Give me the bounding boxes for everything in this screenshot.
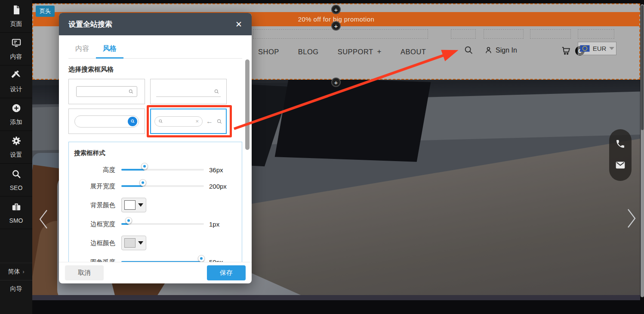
currency-selector[interactable]: EUR [578, 42, 616, 55]
plus-icon: + [334, 23, 338, 29]
collapse-arrow-icon: ← [206, 118, 213, 125]
setting-value: 50px [209, 258, 223, 262]
site-nav: SHOP BLOG SUPPORT+ ABOUT [258, 43, 426, 60]
add-section-below-banner-button[interactable]: + [331, 21, 341, 31]
save-button[interactable]: 保存 [207, 265, 246, 280]
slider-thumb[interactable] [139, 179, 146, 186]
placeholder-slot [253, 29, 428, 39]
chevron-down-icon [609, 47, 614, 50]
sign-in-label: Sign In [496, 47, 517, 54]
sign-in-button[interactable]: Sign In [484, 46, 517, 55]
setting-label: 边框宽度 [74, 220, 115, 228]
style-option-expandable-selected[interactable]: × ← [150, 109, 227, 134]
nav-link-label: SUPPORT [338, 48, 373, 56]
content-icon [11, 37, 22, 50]
seo-icon [11, 168, 22, 181]
sidebar-item-content[interactable]: 内容 [0, 33, 32, 65]
placeholder-slot [578, 29, 614, 39]
carousel-prev-button[interactable] [38, 209, 49, 231]
email-icon[interactable] [615, 160, 626, 171]
border-width-slider[interactable] [121, 220, 204, 228]
setting-row-border-width: 边框宽度 1px [74, 217, 237, 231]
slider-thumb[interactable] [141, 163, 148, 170]
setting-label: 展开宽度 [74, 182, 115, 190]
style-option-pill-button[interactable] [68, 109, 145, 134]
sidebar-item-seo[interactable]: SEO [0, 164, 32, 196]
cart-button[interactable] [561, 45, 572, 56]
plus-icon: + [334, 6, 338, 13]
search-style-options: × ← [68, 79, 242, 134]
modal-title: 设置全站搜索 [68, 19, 233, 29]
setting-value: 36px [209, 166, 223, 174]
nav-link-blog[interactable]: BLOG [298, 48, 319, 56]
slider-thumb[interactable] [125, 217, 132, 224]
setting-row-radius: 圆角弧度 50px [74, 255, 237, 262]
sidebar-item-smo[interactable]: SMO [0, 196, 32, 229]
carousel-next-button[interactable] [626, 208, 637, 230]
chevron-right-icon: › [23, 269, 25, 275]
modal-body: 内容 风格 选择搜索框风格 × [59, 35, 252, 262]
currency-label: EUR [593, 45, 607, 52]
tab-style[interactable]: 风格 [96, 40, 123, 59]
sidebar-item-label: SEO [10, 184, 23, 191]
site-search-button[interactable] [463, 44, 474, 56]
nav-link-shop[interactable]: SHOP [258, 48, 279, 56]
bg-color-picker[interactable] [121, 198, 146, 212]
sidebar-item-label: 设计 [10, 86, 22, 93]
sidebar-item-add[interactable]: 添加 [0, 98, 32, 131]
editor-app: 页面 内容 设计 添加 设置 SEO SMO 简体 › [0, 0, 644, 314]
editor-sidebar: 页面 内容 设计 添加 设置 SEO SMO 简体 › [0, 0, 32, 314]
sidebar-footer: 简体 › 向导 [0, 263, 32, 297]
tab-content[interactable]: 内容 [68, 40, 96, 58]
sidebar-item-settings[interactable]: 设置 [0, 131, 32, 164]
close-icon[interactable]: ✕ [233, 18, 245, 31]
page-scrollbar[interactable] [641, 4, 644, 297]
search-icon [128, 89, 134, 94]
placeholder-slot [530, 29, 571, 39]
design-icon [11, 70, 22, 83]
page-header-badge[interactable]: 页头 [36, 6, 55, 17]
chevron-down-icon [138, 203, 143, 207]
sidebar-item-label: 内容 [10, 53, 22, 61]
sidebar-item-design[interactable]: 设计 [0, 65, 32, 98]
modal-scrollbar-thumb[interactable] [245, 59, 250, 150]
phone-icon[interactable] [615, 139, 626, 151]
setting-row-expand-width: 展开宽度 200px [74, 179, 237, 193]
page-scrollbar-thumb[interactable] [641, 5, 644, 130]
modal-header: 设置全站搜索 ✕ [59, 13, 252, 35]
border-color-picker[interactable] [121, 236, 146, 250]
page-icon [11, 4, 22, 17]
floating-contact-widget [609, 129, 632, 181]
style-option-underline-input[interactable] [150, 79, 227, 104]
setting-label: 边框颜色 [74, 239, 115, 247]
user-icon [484, 46, 493, 55]
sidebar-item-label: SMO [9, 217, 23, 224]
search-style-panel: 搜索框样式 高度 36px 展开宽度 200px 背景颜色 边框宽度 [68, 142, 242, 262]
add-section-below-header-button[interactable]: + [331, 78, 341, 87]
sidebar-item-pages[interactable]: 页面 [0, 0, 32, 33]
sidebar-item-label: 设置 [10, 151, 22, 159]
nav-link-about[interactable]: ABOUT [401, 48, 426, 56]
sidebar-item-label: 添加 [10, 118, 22, 126]
cancel-button[interactable]: 取消 [65, 265, 104, 280]
guide-button[interactable]: 向导 [0, 280, 32, 297]
slider-thumb[interactable] [198, 255, 205, 262]
setting-label: 背景颜色 [74, 201, 115, 209]
search-icon [463, 44, 474, 56]
setting-label: 高度 [74, 166, 115, 174]
add-section-above-button[interactable]: + [331, 5, 341, 14]
submenu-plus-icon: + [377, 47, 382, 56]
radius-slider[interactable] [121, 258, 204, 262]
sidebar-item-label: 页面 [10, 20, 22, 28]
modal-footer: 取消 保存 [59, 262, 252, 283]
language-switcher[interactable]: 简体 › [0, 263, 32, 280]
search-icon [214, 89, 219, 94]
style-option-rect-input[interactable] [68, 79, 145, 104]
nav-link-support[interactable]: SUPPORT+ [338, 47, 382, 56]
modal-tabs: 内容 风格 [68, 40, 242, 59]
section-title: 选择搜索框风格 [68, 65, 242, 74]
expand-width-slider[interactable] [121, 182, 204, 190]
height-slider[interactable] [121, 166, 204, 174]
setting-row-bg-color: 背景颜色 [74, 195, 237, 215]
smo-icon [11, 201, 22, 214]
